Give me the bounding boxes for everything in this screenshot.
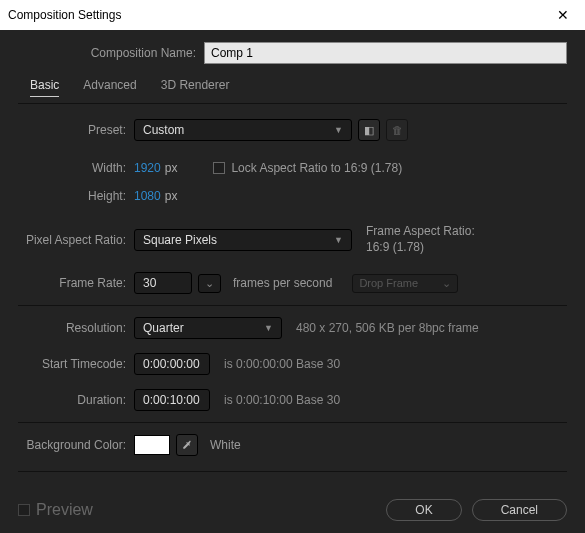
background-color-label: Background Color:	[18, 438, 134, 452]
frame-rate-dropdown[interactable]: ⌄	[198, 274, 221, 293]
background-color-swatch[interactable]	[134, 435, 170, 455]
width-value[interactable]: 1920	[134, 161, 161, 175]
preset-label: Preset:	[18, 123, 134, 137]
delete-preset-button: 🗑	[386, 119, 408, 141]
composition-name-label: Composition Name:	[18, 46, 204, 60]
start-timecode-hint: is 0:00:00:00 Base 30	[224, 357, 340, 371]
chevron-down-icon: ▼	[264, 323, 273, 333]
resolution-select[interactable]: Quarter ▼	[134, 317, 282, 339]
chevron-down-icon: ▼	[334, 235, 343, 245]
fps-label: frames per second	[233, 276, 332, 290]
frame-rate-input[interactable]: 30	[134, 272, 192, 294]
lock-aspect-label: Lock Aspect Ratio to 16:9 (1.78)	[231, 161, 402, 175]
frame-rate-label: Frame Rate:	[18, 276, 134, 290]
frame-aspect-value: 16:9 (1.78)	[366, 240, 475, 256]
height-value[interactable]: 1080	[134, 189, 161, 203]
chevron-down-icon: ⌄	[205, 277, 214, 290]
composition-name-input[interactable]	[204, 42, 567, 64]
start-timecode-input[interactable]: 0:00:00:00	[134, 353, 210, 375]
frame-aspect-label: Frame Aspect Ratio:	[366, 224, 475, 240]
height-unit: px	[165, 189, 178, 203]
cancel-button[interactable]: Cancel	[472, 499, 567, 521]
resolution-hint: 480 x 270, 506 KB per 8bpc frame	[296, 321, 479, 335]
duration-hint: is 0:00:10:00 Base 30	[224, 393, 340, 407]
preview-label: Preview	[36, 501, 93, 519]
height-label: Height:	[18, 189, 134, 203]
title-bar: Composition Settings ✕	[0, 0, 585, 30]
tab-basic[interactable]: Basic	[30, 78, 59, 97]
eyedropper-icon[interactable]	[176, 434, 198, 456]
pixel-aspect-label: Pixel Aspect Ratio:	[18, 233, 134, 247]
tab-advanced[interactable]: Advanced	[83, 78, 136, 97]
tab-3d-renderer[interactable]: 3D Renderer	[161, 78, 230, 97]
ok-button[interactable]: OK	[386, 499, 461, 521]
width-label: Width:	[18, 161, 134, 175]
lock-aspect-checkbox[interactable]	[213, 162, 225, 174]
preset-select[interactable]: Custom ▼	[134, 119, 352, 141]
start-timecode-label: Start Timecode:	[18, 357, 134, 371]
close-icon[interactable]: ✕	[549, 3, 577, 27]
width-unit: px	[165, 161, 178, 175]
duration-input[interactable]: 0:00:10:00	[134, 389, 210, 411]
pixel-aspect-select[interactable]: Square Pixels ▼	[134, 229, 352, 251]
window-title: Composition Settings	[8, 8, 121, 22]
chevron-down-icon: ▼	[334, 125, 343, 135]
save-preset-button[interactable]: ◧	[358, 119, 380, 141]
duration-label: Duration:	[18, 393, 134, 407]
resolution-label: Resolution:	[18, 321, 134, 335]
preview-checkbox	[18, 504, 30, 516]
drop-frame-select: Drop Frame ⌄	[352, 274, 458, 293]
background-color-name: White	[210, 438, 241, 452]
chevron-down-icon: ⌄	[442, 277, 451, 290]
